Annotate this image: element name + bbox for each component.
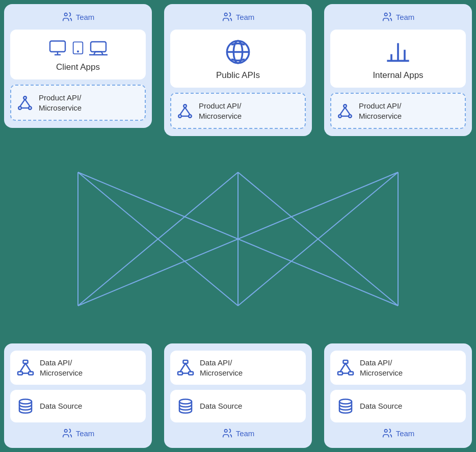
- team-label-top-3: Team: [382, 11, 415, 22]
- svg-rect-51: [183, 360, 188, 363]
- svg-point-50: [64, 430, 67, 433]
- database-icon-3: [336, 397, 355, 415]
- data-api-label-1: Data API/Microservice: [40, 358, 83, 378]
- svg-line-46: [20, 363, 26, 372]
- data-api-box-2: Data API/Microservice: [170, 351, 306, 385]
- internal-apps-box: Internal Apps: [330, 30, 466, 88]
- svg-line-55: [186, 363, 191, 372]
- svg-line-63: [346, 363, 351, 372]
- team-label-text-3: Team: [396, 13, 415, 21]
- product-ms-icon-3: [336, 102, 354, 120]
- team-icon-bot-3: [382, 428, 393, 439]
- data-api-icon-3: [336, 359, 355, 377]
- svg-line-29: [180, 107, 185, 114]
- svg-point-65: [339, 400, 352, 404]
- svg-point-17: [18, 107, 21, 110]
- public-api-icons: [225, 39, 251, 65]
- globe-icon: [225, 39, 251, 65]
- svg-rect-44: [18, 371, 22, 375]
- public-apis-box: Public APIs: [170, 30, 306, 88]
- svg-line-47: [25, 363, 31, 372]
- data-source-box-2: Data Source: [170, 390, 306, 422]
- product-ms-label-1: Product API/Microservice: [39, 93, 82, 113]
- svg-line-40: [340, 107, 345, 114]
- team-icon-bot-1: [62, 428, 73, 439]
- team-icon-1: [62, 11, 73, 22]
- svg-rect-15: [91, 42, 106, 52]
- team-icon-3: [382, 11, 393, 22]
- monitor-icon: [48, 39, 67, 57]
- svg-point-18: [29, 107, 32, 110]
- svg-line-54: [180, 363, 186, 372]
- svg-line-3: [78, 172, 238, 306]
- data-source-box-3: Data Source: [330, 390, 466, 422]
- client-apps-label: Client Apps: [56, 62, 100, 72]
- svg-point-58: [224, 430, 227, 433]
- svg-point-49: [19, 400, 32, 404]
- data-api-label-2: Data API/Microservice: [200, 358, 243, 378]
- bottom-column-3: Data API/Microservice Data Source Team: [324, 343, 472, 448]
- product-ms-label-2: Product API/Microservice: [199, 101, 242, 121]
- client-app-icons: [48, 39, 108, 57]
- data-source-label-3: Data Source: [360, 401, 402, 411]
- svg-line-5: [238, 172, 398, 306]
- public-apis-label: Public APIs: [216, 70, 260, 81]
- svg-point-16: [23, 96, 27, 99]
- team-label-bot-text-2: Team: [236, 429, 255, 438]
- team-label-bottom-3: Team: [382, 428, 415, 439]
- team-label-top-1: Team: [62, 11, 95, 22]
- svg-point-9: [64, 13, 67, 16]
- product-ms-1: Product API/Microservice: [10, 85, 146, 121]
- laptop-icon: [89, 39, 108, 57]
- svg-point-14: [77, 51, 78, 52]
- svg-point-28: [189, 115, 192, 118]
- bottom-column-1: Data API/Microservice Data Source Team: [4, 343, 152, 448]
- data-api-box-1: Data API/Microservice: [10, 351, 146, 385]
- svg-rect-53: [189, 371, 193, 375]
- data-api-icon-1: [16, 359, 35, 377]
- top-column-3: Team Internal Apps: [324, 4, 472, 136]
- database-icon-1: [16, 397, 35, 415]
- svg-point-57: [179, 400, 192, 404]
- top-column-2: Team Public APIs: [164, 4, 312, 136]
- svg-point-66: [384, 430, 387, 433]
- team-label-bottom-2: Team: [222, 428, 255, 439]
- svg-point-38: [338, 115, 341, 118]
- svg-rect-52: [178, 371, 182, 375]
- data-api-label-3: Data API/Microservice: [360, 358, 403, 378]
- bottom-column-2: Data API/Microservice Data Source Team: [164, 343, 312, 448]
- product-ms-label-3: Product API/Microservice: [359, 101, 402, 121]
- svg-rect-43: [23, 360, 28, 363]
- svg-rect-60: [338, 371, 342, 375]
- svg-line-6: [78, 172, 398, 306]
- team-label-text-2: Team: [236, 13, 255, 21]
- svg-line-30: [185, 107, 190, 114]
- svg-point-27: [178, 115, 181, 118]
- svg-rect-61: [349, 371, 353, 375]
- data-source-label-1: Data Source: [40, 401, 82, 411]
- product-ms-3: Product API/Microservice: [330, 93, 466, 129]
- svg-line-1: [78, 172, 238, 306]
- svg-line-41: [345, 107, 350, 114]
- internal-apps-label: Internal Apps: [373, 70, 423, 81]
- team-icon-2: [222, 11, 233, 22]
- top-column-1: Team: [4, 4, 152, 128]
- team-label-text-1: Team: [76, 13, 95, 21]
- team-icon-bot-2: [222, 428, 233, 439]
- data-source-label-2: Data Source: [200, 401, 242, 411]
- team-label-bot-text-3: Team: [396, 429, 415, 438]
- team-label-top-2: Team: [222, 11, 255, 22]
- svg-rect-45: [29, 371, 33, 375]
- svg-line-19: [20, 99, 25, 106]
- database-icon-2: [176, 397, 195, 415]
- svg-line-62: [340, 363, 346, 372]
- tablet-icon: [71, 39, 85, 57]
- svg-point-32: [384, 13, 387, 16]
- svg-point-22: [224, 13, 227, 16]
- svg-point-26: [183, 104, 187, 108]
- svg-line-20: [25, 99, 30, 106]
- svg-line-2: [78, 172, 398, 306]
- data-source-box-1: Data Source: [10, 390, 146, 422]
- diagram-container: Team: [0, 0, 476, 452]
- barchart-icon: [385, 39, 411, 65]
